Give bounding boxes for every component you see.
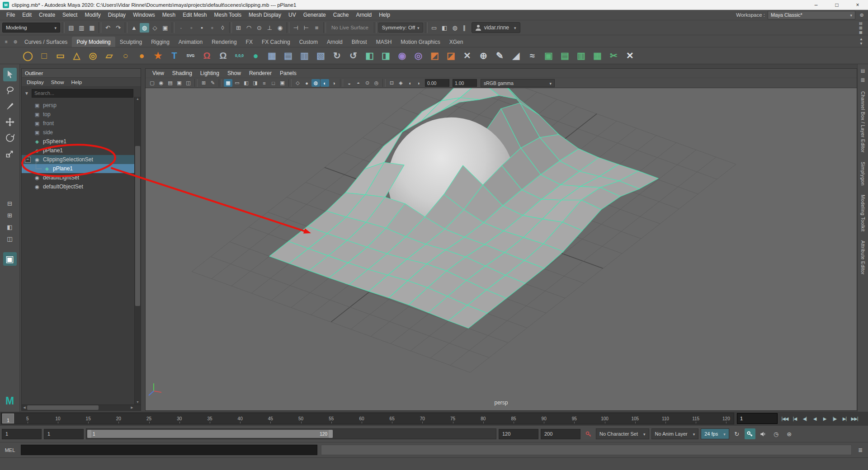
outliner-panel-title[interactable]: Outliner	[22, 69, 141, 78]
shelf-rotate-cw-icon[interactable]: ↻	[330, 49, 344, 63]
vp-dof-icon[interactable]: ◎	[372, 79, 381, 87]
menu-item[interactable]: Help	[375, 10, 394, 19]
timeline-tick[interactable]: 95	[568, 413, 580, 424]
layout-four-pane-icon[interactable]: ⊞	[5, 211, 15, 220]
viewport-menu-item[interactable]: View	[148, 69, 168, 77]
viewport-toolbar-icon[interactable]	[219, 79, 222, 87]
shelf-nurbs-cone-icon[interactable]: △	[70, 49, 84, 63]
playback-start-field[interactable]	[44, 429, 84, 439]
outliner-row[interactable]: defaultLightSet	[22, 173, 141, 182]
shelf-snap-align-icon[interactable]: Ω	[216, 49, 230, 63]
step-back-key-button[interactable]: |◀	[790, 414, 799, 423]
scroll-left-icon[interactable]: ◀	[22, 405, 27, 410]
shelf-snap-together-icon[interactable]: Ω	[200, 49, 214, 63]
vp-lock-camera-icon[interactable]: ◉	[157, 79, 165, 87]
shelf-tab[interactable]: Rendering	[207, 37, 241, 47]
range-slider-handle[interactable]: 1 120	[87, 430, 333, 438]
render-view-icon[interactable]: ▭	[429, 23, 439, 33]
play-forwards-button[interactable]: ▶	[820, 414, 829, 423]
current-frame-field[interactable]	[737, 413, 778, 424]
shelf-extrude-icon[interactable]: ◩	[428, 49, 442, 63]
rs-attribute-editor-icon[interactable]: ▥	[859, 76, 867, 83]
pause-icon[interactable]: ∥	[460, 24, 469, 31]
viewport-menu-item[interactable]: Panels	[276, 69, 301, 77]
shelf-lattice-icon[interactable]: ▤	[281, 49, 295, 63]
vp-wireframe-icon[interactable]: ◇	[293, 79, 302, 87]
minimize-button[interactable]: –	[806, 0, 826, 9]
snap-to-grid-icon[interactable]: ⊞	[234, 23, 243, 33]
colorspace-dropdown[interactable]: sRGB gamma	[481, 79, 555, 87]
shelf-scroll-down-icon[interactable]: ▼	[858, 42, 864, 46]
outliner-row[interactable]: side	[22, 128, 141, 137]
shelf-tab[interactable]: Curves / Surfaces	[20, 37, 72, 47]
playback-end-field[interactable]	[499, 429, 538, 439]
symmetry-dropdown[interactable]: Symmetry: Off	[378, 23, 423, 33]
menu-item[interactable]: Windows	[129, 10, 159, 19]
scrollbar-thumb[interactable]	[27, 405, 99, 410]
shelf-rotate-ccw-icon[interactable]: ↺	[346, 49, 360, 63]
menu-item[interactable]: Cache	[330, 10, 353, 19]
shelf-nurbs-torus-icon[interactable]: ◎	[86, 49, 100, 63]
shelf-edit-edge-flow-icon[interactable]: ≈	[525, 49, 539, 63]
redo-icon[interactable]: ↷	[113, 23, 123, 33]
vp-isolate-select-icon[interactable]: ⊡	[387, 79, 396, 87]
outliner-horizontal-scrollbar[interactable]: ◀ ▶	[22, 404, 141, 410]
vp-gate-mask-icon[interactable]: ◨	[251, 79, 259, 87]
shelf-crease-tool-icon[interactable]: ◢	[509, 49, 523, 63]
timeline-tick[interactable]: 35	[204, 413, 216, 424]
outliner-row[interactable]: top	[22, 110, 141, 119]
toggle-tool-settings-icon[interactable]: ▦	[857, 30, 865, 34]
shelf-quad-draw-icon[interactable]: ✎	[493, 49, 507, 63]
auto-keyframe-button[interactable]	[745, 428, 755, 439]
command-language-toggle[interactable]: MEL	[3, 447, 17, 453]
anim-layer-dropdown[interactable]: No Anim Layer	[651, 428, 699, 439]
timeline-tick[interactable]: 15	[82, 413, 94, 424]
go-to-end-button[interactable]: ▶▶|	[850, 414, 859, 423]
timeline-tick[interactable]: 45	[264, 413, 276, 424]
shelf-menu-icon[interactable]: ≡	[3, 38, 10, 45]
timeline-tick[interactable]: 90	[538, 413, 550, 424]
shelf-type-tool-icon[interactable]: T	[167, 49, 181, 63]
exposure-field[interactable]	[425, 79, 449, 87]
viewport-menu-item[interactable]: Show	[223, 69, 245, 77]
menu-item[interactable]: File	[3, 10, 19, 19]
command-input[interactable]	[21, 445, 317, 455]
mask-surfaces-icon[interactable]: ▪	[197, 23, 207, 33]
viewport-toolbar-icon[interactable]	[382, 79, 386, 87]
animation-end-field[interactable]	[541, 429, 580, 439]
shelf-svg-tool-icon[interactable]: SVG	[184, 49, 198, 63]
vp-select-camera-icon[interactable]: ▢	[148, 79, 156, 87]
outliner-row[interactable]: defaultObjectSet	[22, 182, 141, 191]
shelf-uv-cylindrical-icon[interactable]: ▥	[574, 49, 588, 63]
expand-toggle[interactable]: −	[25, 157, 31, 163]
shelf-tab[interactable]: Arnold	[322, 37, 347, 47]
shelf-tab[interactable]: XGen	[445, 37, 468, 47]
outliner-search-input[interactable]	[32, 89, 133, 98]
shelf-star-polygon-icon[interactable]: ★	[151, 49, 165, 63]
menu-item[interactable]: Select	[59, 10, 81, 19]
shelf-nurbs-circle-icon[interactable]: ○	[118, 49, 132, 63]
shelf-cluster-icon[interactable]: ▧	[314, 49, 328, 63]
mask-curves-icon[interactable]: ◦	[187, 23, 196, 33]
sidebar-tab[interactable]: Modeling Toolkit	[860, 190, 866, 236]
timeline-tick[interactable]: 10	[52, 413, 64, 424]
mask-deformers-icon[interactable]: ▫	[208, 23, 217, 33]
menu-item[interactable]: Display	[104, 10, 129, 19]
outliner-row[interactable]: persp	[22, 101, 141, 110]
step-forward-frame-button[interactable]: |▶	[830, 414, 839, 423]
outliner-vertical-scrollbar[interactable]: ▲ ▼	[134, 97, 141, 404]
open-scene-icon[interactable]: ▥	[77, 23, 86, 33]
outliner-menu-item[interactable]: Show	[47, 79, 68, 86]
shelf-boolean-union-icon[interactable]: ◉	[395, 49, 409, 63]
shelf-nurbs-cube-icon[interactable]: □	[37, 49, 51, 63]
rs-channel-box-icon[interactable]: ▤	[859, 67, 867, 74]
vp-field-chart-icon[interactable]: ≡	[260, 79, 269, 87]
sidebar-tab[interactable]: Simplygon	[860, 157, 866, 190]
shelf-boolean-difference-icon[interactable]: ◎	[411, 49, 425, 63]
shelf-tab[interactable]: Custom	[295, 37, 322, 47]
layout-current-icon[interactable]: ▣	[3, 252, 17, 266]
viewport-toolbar-icon[interactable]	[340, 79, 343, 87]
timeline-tick[interactable]: 85	[508, 413, 519, 424]
vp-multisample-icon[interactable]: ⊙	[363, 79, 372, 87]
shelf-nurbs-sphere-icon[interactable]: ◯	[21, 49, 35, 63]
